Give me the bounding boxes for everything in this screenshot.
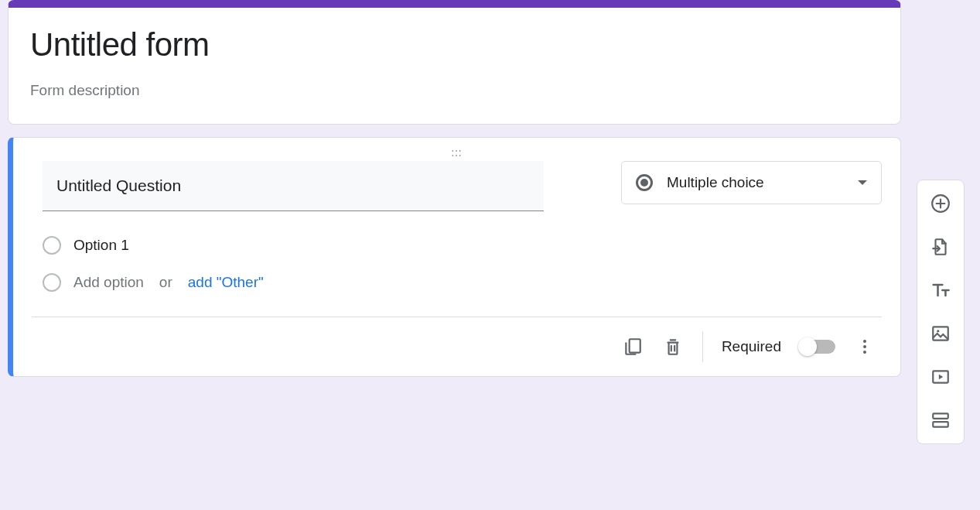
add-section-button[interactable] (927, 406, 954, 434)
required-toggle[interactable] (800, 340, 835, 354)
delete-button[interactable] (662, 336, 684, 358)
svg-rect-8 (933, 413, 948, 419)
radio-icon (636, 174, 653, 191)
add-question-button[interactable] (927, 190, 954, 217)
import-questions-button[interactable] (927, 233, 954, 261)
add-option-row: Add option or add "Other" (43, 264, 871, 301)
add-video-button[interactable] (927, 363, 954, 391)
copy-icon (623, 337, 643, 357)
radio-empty-icon (43, 236, 61, 255)
plus-circle-icon (930, 193, 951, 214)
option-label[interactable]: Option 1 (73, 237, 129, 254)
required-label: Required (722, 338, 781, 355)
svg-rect-0 (630, 339, 640, 352)
add-title-button[interactable] (927, 276, 954, 304)
form-title[interactable]: Untitled form (30, 26, 879, 63)
svg-point-3 (863, 351, 866, 354)
form-description[interactable]: Form description (30, 82, 879, 99)
duplicate-button[interactable] (622, 336, 644, 358)
add-image-button[interactable] (927, 320, 954, 347)
add-other-button[interactable]: add "Other" (188, 274, 264, 291)
option-row: Option 1 (43, 227, 871, 264)
text-icon (930, 279, 951, 301)
svg-rect-9 (933, 422, 948, 427)
question-title-input[interactable] (43, 161, 544, 211)
more-vert-icon (855, 337, 874, 356)
question-card: ⋯⋯ Multiple choice (8, 137, 901, 377)
svg-point-1 (863, 340, 866, 343)
section-icon (930, 410, 951, 430)
question-type-dropdown[interactable]: Multiple choice (621, 161, 882, 204)
drag-handle-icon[interactable]: ⋯⋯ (32, 144, 882, 161)
svg-point-6 (937, 330, 939, 332)
import-icon (930, 237, 951, 257)
add-option-button[interactable]: Add option (73, 274, 144, 291)
more-options-button[interactable] (854, 336, 876, 358)
svg-point-2 (863, 345, 866, 348)
form-header-card: Untitled form Form description (8, 0, 901, 125)
or-text: or (159, 274, 172, 291)
trash-icon (663, 337, 683, 357)
side-toolbar (917, 180, 965, 444)
question-type-label: Multiple choice (667, 174, 844, 191)
image-icon (930, 323, 951, 344)
video-icon (930, 367, 951, 387)
separator (702, 331, 703, 362)
chevron-down-icon (858, 180, 867, 185)
radio-empty-icon (43, 273, 61, 292)
